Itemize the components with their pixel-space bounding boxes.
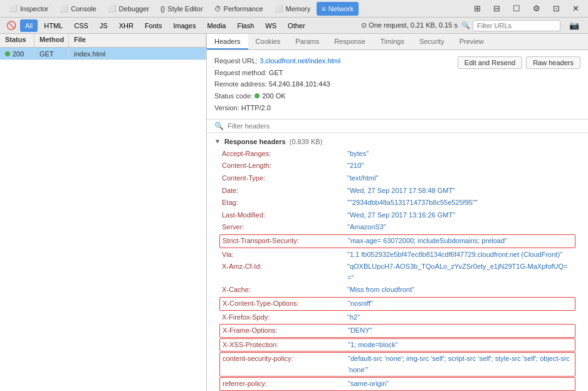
header-row: X-Cache: "Miss from cloudfront": [207, 284, 588, 296]
header-row: Etag: ""2934dbb48a5131714737b8c55e525f95…: [207, 197, 588, 209]
dock-btn[interactable]: ⊞: [469, 2, 486, 16]
main-container: Status Method File 200 GET index.html: [0, 34, 588, 391]
debugger-label: Debugger: [119, 5, 149, 13]
section-chevron: ▼: [214, 138, 221, 145]
console-btn[interactable]: ⬜ Console: [55, 2, 101, 16]
filter-tab-html[interactable]: HTML: [39, 19, 68, 32]
maximize-btn[interactable]: ☐: [508, 2, 525, 16]
row-status: 200: [0, 49, 34, 59]
panel-tabs: Headers Cookies Params Response Timings …: [207, 34, 588, 50]
inspector-btn[interactable]: ⬜ Inspector: [4, 2, 53, 16]
response-headers-section[interactable]: ▼ Response headers (0.839 KB): [207, 135, 588, 148]
tab-timings[interactable]: Timings: [373, 34, 412, 50]
console-label: Console: [71, 5, 96, 13]
screenshot-btn[interactable]: 📷: [564, 19, 584, 33]
filter-tab-other[interactable]: Other: [283, 19, 310, 32]
performance-icon: ⏱: [214, 5, 221, 13]
clear-btn[interactable]: 🚫: [4, 19, 19, 33]
method-line: Request method: GET: [214, 67, 458, 79]
filter-tab-xhr[interactable]: XHR: [114, 19, 139, 32]
settings-btn[interactable]: ⚙: [528, 2, 545, 16]
inspector-label: Inspector: [20, 5, 48, 13]
network-label: Network: [328, 5, 354, 13]
response-section-size: (0.839 KB): [290, 138, 323, 145]
headers-panel: Headers Cookies Params Response Timings …: [207, 34, 588, 391]
filter-icon: 🔍: [461, 21, 470, 29]
style-editor-icon: {}: [160, 5, 165, 13]
header-row: X-Firefox-Spdy: "h2": [207, 311, 588, 324]
filter-tab-flash[interactable]: Flash: [232, 19, 259, 32]
filter-headers-icon: 🔍: [214, 122, 224, 130]
request-count: ⊙ One request, 0.21 KB, 0.15 s: [361, 21, 458, 29]
col-status: Status: [0, 34, 34, 47]
tab-security[interactable]: Security: [412, 34, 452, 50]
status-indicator: [5, 51, 10, 56]
row-file: index.html: [69, 49, 206, 59]
close-btn[interactable]: ✕: [567, 2, 584, 16]
filter-bar: 🚫 All HTML CSS JS XHR Fonts Images Media…: [0, 18, 588, 34]
filter-right: ⊙ One request, 0.21 KB, 0.15 s 🔍 📷: [361, 19, 584, 33]
tab-headers[interactable]: Headers: [207, 34, 248, 50]
performance-btn[interactable]: ⏱ Performance: [209, 2, 268, 16]
tab-preview[interactable]: Preview: [452, 34, 491, 50]
filter-tab-ws[interactable]: WS: [260, 19, 281, 32]
request-info-left: Request URL: 3.cloudfront.net/index.html…: [214, 55, 458, 114]
edit-resend-btn[interactable]: Edit and Resend: [458, 56, 522, 69]
filter-tab-css[interactable]: CSS: [69, 19, 93, 32]
memory-icon: ⬜: [275, 4, 283, 13]
col-method: Method: [34, 34, 69, 47]
url-value: 3.cloudfront.net/index.html: [260, 57, 340, 65]
devtools-toolbar: ⬜ Inspector ⬜ Console ⬜ Debugger {} Styl…: [0, 0, 588, 18]
filter-headers-bar: 🔍: [207, 120, 588, 133]
network-list: Status Method File 200 GET index.html: [0, 34, 207, 391]
inspector-icon: ⬜: [9, 4, 18, 13]
version-line: Version: HTTP/2.0: [214, 102, 458, 114]
header-row-xcontent: X-Content-Type-Options: "nosniff": [219, 297, 575, 311]
header-row: Via: "1.1 fb052932e5bf47ec8b8134cdf6f477…: [207, 249, 588, 261]
filter-tabs: All HTML CSS JS XHR Fonts Images Media F…: [20, 19, 310, 32]
header-row: Content-Type: "text/html": [207, 172, 588, 185]
memory-btn[interactable]: ⬜ Memory: [270, 2, 316, 16]
header-row: Accept-Ranges: "bytes": [207, 148, 588, 160]
tab-cookies[interactable]: Cookies: [248, 34, 288, 50]
status-code-value: 200 OK: [262, 90, 285, 102]
header-row: Content-Length: "210": [207, 160, 588, 172]
header-row: Last-Modified: "Wed, 27 Sep 2017 13:16:2…: [207, 209, 588, 222]
filter-tab-media[interactable]: Media: [202, 19, 231, 32]
header-row: X-Amz-Cf-Id: "qOXBLUpcH7-AOS3b_TQoALo_zY…: [207, 261, 588, 284]
tab-response[interactable]: Response: [327, 34, 373, 50]
tab-params[interactable]: Params: [288, 34, 327, 50]
version-value: HTTP/2.0: [241, 104, 271, 112]
style-editor-btn[interactable]: {} Style Editor: [155, 2, 208, 16]
console-icon: ⬜: [60, 4, 68, 13]
table-row[interactable]: 200 GET index.html: [0, 48, 206, 60]
header-row: Date: "Wed, 27 Sep 2017 17:58:48 GMT": [207, 185, 588, 197]
filter-tab-js[interactable]: JS: [95, 19, 113, 32]
header-row-xss: X-XSS-Protection: "1; mode=block": [219, 338, 575, 352]
network-icon: ≡: [322, 5, 325, 13]
filter-tab-images[interactable]: Images: [168, 19, 201, 32]
debugger-icon: ⬜: [108, 4, 117, 13]
header-row: Server: "AmazonS3": [207, 221, 588, 234]
memory-label: Memory: [286, 5, 311, 13]
header-row-strict-transport: Strict-Transport-Security: "max-age= 630…: [219, 234, 575, 248]
style-editor-label: Style Editor: [167, 5, 202, 13]
network-btn[interactable]: ≡ Network: [317, 2, 359, 16]
header-row-referrer: referrer-policy: "same-origin": [219, 377, 575, 391]
header-row-xframe: X-Frame-Options: "DENY": [219, 324, 575, 338]
header-row-csp: content-security-policy: "default-src 'n…: [219, 352, 575, 377]
headers-content: ▼ Response headers (0.839 KB) Accept-Ran…: [207, 133, 588, 391]
undock-btn[interactable]: ⊟: [488, 2, 505, 16]
col-file: File: [69, 34, 206, 47]
debugger-btn[interactable]: ⬜ Debugger: [103, 2, 154, 16]
filter-headers-input[interactable]: [228, 122, 580, 130]
network-list-header: Status Method File: [0, 34, 206, 48]
remote-value: 54.240.184.101:443: [269, 80, 330, 88]
more-btn[interactable]: ⊡: [548, 2, 565, 16]
filter-tab-all[interactable]: All: [20, 19, 38, 32]
filter-urls-input[interactable]: [473, 20, 560, 31]
response-section-label: Response headers: [224, 138, 286, 145]
raw-headers-btn[interactable]: Raw headers: [526, 56, 580, 69]
performance-label: Performance: [224, 5, 263, 13]
filter-tab-fonts[interactable]: Fonts: [140, 19, 167, 32]
